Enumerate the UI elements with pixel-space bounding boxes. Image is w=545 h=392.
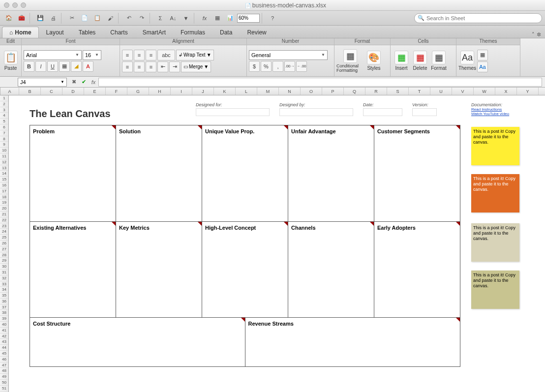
insert-cells-button[interactable]: ▦Insert xyxy=(393,51,410,71)
print-icon[interactable]: 🖨 xyxy=(47,13,59,24)
align-right-button[interactable]: ≡ xyxy=(146,61,156,72)
underline-button[interactable]: U xyxy=(47,61,58,72)
col-header-N[interactable]: N xyxy=(279,88,301,95)
row-header-11[interactable]: 11 xyxy=(0,153,8,159)
sheet-canvas[interactable]: The Lean Canvas Designed for: Designed b… xyxy=(9,95,545,392)
row-header-28[interactable]: 28 xyxy=(0,252,8,258)
font-name-combo[interactable]: Arial▼ xyxy=(24,50,82,60)
delete-cells-button[interactable]: ▦Delete xyxy=(411,51,429,71)
fill-color-button[interactable]: ◢ xyxy=(71,61,82,72)
align-center-button[interactable]: ≡ xyxy=(134,61,145,72)
row-header-15[interactable]: 15 xyxy=(0,177,8,182)
row-header-12[interactable]: 12 xyxy=(0,159,8,165)
tab-review[interactable]: Review xyxy=(240,27,273,38)
col-header-H[interactable]: H xyxy=(149,88,171,95)
col-header-O[interactable]: O xyxy=(301,88,322,95)
row-header-49[interactable]: 49 xyxy=(0,374,8,380)
row-header-19[interactable]: 19 xyxy=(0,200,8,206)
help-icon[interactable]: ? xyxy=(267,13,278,24)
row-header-27[interactable]: 27 xyxy=(0,246,8,252)
row-header-42[interactable]: 42 xyxy=(0,333,8,339)
show-formulas-icon[interactable]: ▦ xyxy=(212,13,223,24)
cell-channels[interactable]: Channels xyxy=(288,222,374,318)
row-header-29[interactable]: 29 xyxy=(0,258,8,264)
undo-icon[interactable]: ↶ xyxy=(123,13,135,24)
col-header-U[interactable]: U xyxy=(430,88,452,95)
tab-home[interactable]: ⌂Home xyxy=(2,27,39,38)
cut-icon[interactable]: ✂ xyxy=(66,13,78,24)
postit-beige[interactable]: This is a post it! Copy and paste it to … xyxy=(471,223,519,262)
increase-decimal-button[interactable]: .00→ xyxy=(284,61,295,72)
filter-icon[interactable]: ▼ xyxy=(180,13,192,24)
increase-indent-button[interactable]: ⇥ xyxy=(169,61,180,72)
row-header-3[interactable]: 3 xyxy=(0,107,8,113)
cell-solution[interactable]: Solution xyxy=(116,125,202,222)
row-header-14[interactable]: 14 xyxy=(0,171,8,177)
col-header-V[interactable]: V xyxy=(452,88,474,95)
postit-orange[interactable]: This is a post it! Copy and paste it to … xyxy=(471,174,519,212)
col-header-D[interactable]: D xyxy=(62,88,84,95)
row-header-37[interactable]: 37 xyxy=(0,304,8,310)
align-top-button[interactable]: ≡ xyxy=(122,50,133,60)
col-header-E[interactable]: E xyxy=(84,88,106,95)
row-header-38[interactable]: 38 xyxy=(0,310,8,316)
redo-icon[interactable]: ↷ xyxy=(136,13,148,24)
col-header-K[interactable]: K xyxy=(214,88,236,95)
watch-video-link[interactable]: Watch YouTube video xyxy=(471,112,509,116)
tab-tables[interactable]: Tables xyxy=(71,27,103,38)
border-button[interactable]: ▦ xyxy=(59,61,70,72)
fx-icon[interactable]: fx xyxy=(199,13,211,24)
row-header-24[interactable]: 24 xyxy=(0,229,8,235)
name-box[interactable]: J4▼ xyxy=(18,78,67,87)
col-header-I[interactable]: I xyxy=(171,88,192,95)
zoom-input[interactable] xyxy=(237,14,260,23)
row-header-23[interactable]: 23 xyxy=(0,223,8,229)
currency-button[interactable]: $ xyxy=(249,61,260,72)
cell-key-metrics[interactable]: Key Metrics xyxy=(116,222,202,318)
col-header-X[interactable]: X xyxy=(495,88,517,95)
col-header-C[interactable]: C xyxy=(41,88,62,95)
row-header-51[interactable]: 51 xyxy=(0,386,8,392)
decrease-decimal-button[interactable]: ←.00 xyxy=(296,61,307,72)
tab-data[interactable]: Data xyxy=(212,27,240,38)
tab-layout[interactable]: Layout xyxy=(39,27,71,38)
version-field[interactable] xyxy=(412,108,437,116)
fx-button[interactable]: fx xyxy=(89,78,98,87)
row-header-34[interactable]: 34 xyxy=(0,287,8,293)
format-painter-icon[interactable]: 🖌 xyxy=(104,13,116,24)
col-header-P[interactable]: P xyxy=(322,88,344,95)
tab-smartart[interactable]: SmartArt xyxy=(135,27,173,38)
cell-unfair-advantage[interactable]: Unfair Advantage xyxy=(288,125,374,222)
row-header-26[interactable]: 26 xyxy=(0,241,8,246)
number-format-combo[interactable]: General▼ xyxy=(249,50,328,60)
col-header-Q[interactable]: Q xyxy=(344,88,365,95)
themes-button[interactable]: AaThemes xyxy=(458,51,476,71)
designed-for-field[interactable] xyxy=(196,108,270,116)
cancel-formula-icon[interactable]: ✖ xyxy=(69,78,79,87)
wrap-text-button[interactable]: ↲Wrap Text▼ xyxy=(176,50,214,60)
row-header-18[interactable]: 18 xyxy=(0,194,8,200)
toolbox-icon[interactable]: 🧰 xyxy=(16,13,28,24)
row-header-17[interactable]: 17 xyxy=(0,188,8,194)
theme-colors-button[interactable]: ▦ xyxy=(477,50,488,60)
col-header-A[interactable]: A xyxy=(0,88,19,95)
paste-icon[interactable]: 📋 xyxy=(91,13,103,24)
row-header-43[interactable]: 43 xyxy=(0,339,8,345)
col-header-G[interactable]: G xyxy=(127,88,149,95)
postit-olive[interactable]: This is a post it! Copy and paste it to … xyxy=(471,271,519,309)
percent-button[interactable]: % xyxy=(261,61,272,72)
col-header-S[interactable]: S xyxy=(387,88,409,95)
theme-fonts-button[interactable]: Aa xyxy=(477,61,488,72)
comma-button[interactable]: , xyxy=(272,61,283,72)
minimize-window-btn[interactable] xyxy=(12,2,18,8)
orientation-button[interactable]: abc xyxy=(157,50,175,60)
col-header-M[interactable]: M xyxy=(257,88,279,95)
row-header-35[interactable]: 35 xyxy=(0,293,8,299)
cell-early-adopters[interactable]: Early Adopters xyxy=(374,222,460,318)
cell-cost-structure[interactable]: Cost Structure xyxy=(30,318,245,366)
cell-revenue-streams[interactable]: Revenue Streams xyxy=(245,318,460,366)
zoom-window-btn[interactable] xyxy=(21,2,26,8)
row-header-33[interactable]: 33 xyxy=(0,281,8,287)
col-header-F[interactable]: F xyxy=(106,88,127,95)
row-header-44[interactable]: 44 xyxy=(0,345,8,351)
